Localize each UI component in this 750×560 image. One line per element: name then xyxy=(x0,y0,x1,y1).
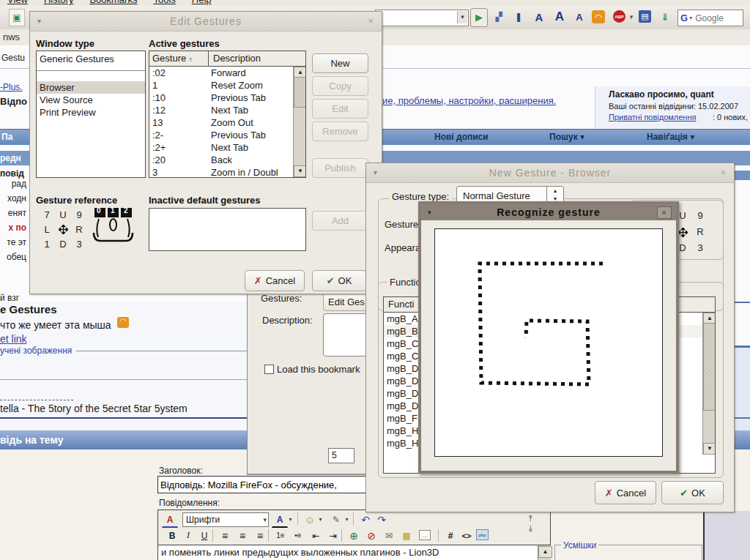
text-color-arrow-icon[interactable]: ▾ xyxy=(286,512,294,527)
gesture-canvas[interactable] xyxy=(434,228,663,457)
cancel-button[interactable]: ✗ Cancel xyxy=(595,481,656,504)
navbar-navigation[interactable]: Навіґація ▾ xyxy=(647,132,694,142)
scrollbar-thumb[interactable] xyxy=(294,77,306,108)
edit-button[interactable]: Edit xyxy=(312,99,368,119)
topic-link[interactable]: дение, проблемы, настройки, расширения. xyxy=(366,95,556,106)
message-textarea[interactable]: и поменять линки предыдущих выложенных п… xyxy=(158,545,541,560)
search-engine-dropdown-icon[interactable]: ▾ xyxy=(689,15,692,21)
search-input[interactable] xyxy=(694,12,739,24)
flashgot-icon[interactable]: ⇓ xyxy=(659,9,671,25)
fonts-combo[interactable]: Шрифти▾ xyxy=(182,512,269,527)
redo-icon[interactable]: ↷ xyxy=(374,512,390,527)
new-button[interactable]: New xyxy=(312,53,368,73)
recognize-titlebar[interactable]: ▾ Recognize gesture × xyxy=(421,204,676,220)
outdent-icon[interactable]: ⇤ xyxy=(308,528,324,543)
private-messages-link[interactable]: Приватні повідомлення xyxy=(609,113,696,122)
remove-link-icon[interactable]: ⊘ xyxy=(363,528,379,543)
breadcrumb-link-fragment[interactable]: -Plus. xyxy=(0,82,23,92)
close-icon[interactable]: × xyxy=(368,12,374,31)
menu-history[interactable]: History xyxy=(44,0,73,5)
edit-gestures-titlebar[interactable]: ▾ Edit Gestures × xyxy=(30,12,382,31)
insert-email-icon[interactable]: ✉ xyxy=(381,528,397,543)
window-type-item[interactable]: Generic Gestures xyxy=(37,53,145,65)
table-row[interactable]: 1Reset Zoom xyxy=(149,79,293,92)
search-box[interactable]: G ▾ xyxy=(677,10,743,26)
message-scrollbar[interactable]: ▲ xyxy=(538,545,551,560)
gesture-column-header[interactable]: Gesture ▿ xyxy=(149,51,209,66)
navbar-new-posts[interactable]: Нові дописи xyxy=(434,132,489,142)
close-icon[interactable]: × xyxy=(720,163,727,182)
font-decrease-icon[interactable]: A xyxy=(573,9,586,25)
text-color-icon[interactable]: A xyxy=(272,512,288,528)
table-row[interactable]: 13Zoom Out xyxy=(149,116,293,129)
bullet-list-icon[interactable]: •≡ xyxy=(290,528,306,543)
underline-icon[interactable]: U xyxy=(196,528,212,543)
direct-link[interactable]: et link xyxy=(0,333,27,345)
remove-button[interactable]: Remove xyxy=(312,122,368,141)
menu-tools[interactable]: Tools xyxy=(153,0,175,5)
new-gesture-titlebar[interactable]: ▾ New Gesture - Browser × xyxy=(366,163,734,183)
table-row[interactable]: :02Forward xyxy=(149,67,293,79)
url-dropdown-icon[interactable]: ▾ xyxy=(457,11,467,23)
align-center-icon[interactable]: ≡ xyxy=(234,528,250,543)
window-menu-icon[interactable]: ▾ xyxy=(37,12,42,31)
indent-icon[interactable]: ⇥ xyxy=(325,528,341,543)
window-type-item-selected[interactable]: Browser xyxy=(37,81,145,94)
new-page-icon[interactable]: ▣ xyxy=(9,9,25,26)
window-type-item[interactable]: Print Preview xyxy=(37,106,145,119)
smiley-icon[interactable]: ☺ xyxy=(302,512,318,527)
scroll-up-icon[interactable]: ▲ xyxy=(538,546,552,558)
italic-icon[interactable]: I xyxy=(180,528,196,543)
ok-button[interactable]: ✔ OK xyxy=(661,481,724,504)
sidebar-list-icon[interactable]: ▤ xyxy=(639,10,651,23)
table-row[interactable]: :12Next Tab xyxy=(149,104,293,116)
inactive-gestures-list[interactable] xyxy=(149,208,306,251)
adblock-icon[interactable]: ABP xyxy=(613,10,625,23)
description-textarea[interactable] xyxy=(323,313,367,356)
attach-icon[interactable]: ✎ xyxy=(328,512,344,527)
number-spinner[interactable]: 5 xyxy=(328,448,354,463)
tile-windows-icon[interactable]: ▞ xyxy=(492,9,505,25)
align-left-icon[interactable]: ≡ xyxy=(217,528,233,543)
numbered-list-icon[interactable]: 1≡ xyxy=(272,528,289,543)
adblock-dropdown-icon[interactable]: ▾ xyxy=(628,9,635,25)
add-button[interactable]: Add xyxy=(312,211,368,231)
font-normal-icon[interactable]: A xyxy=(553,9,566,25)
window-type-item[interactable]: View Source xyxy=(37,94,145,106)
bold-icon[interactable]: B xyxy=(164,528,180,543)
navbar-search[interactable]: Пошук ▾ xyxy=(549,132,584,142)
table-row[interactable]: :20Back xyxy=(149,154,293,166)
close-icon[interactable]: × xyxy=(657,206,672,219)
quote-icon[interactable]: … xyxy=(419,530,431,540)
shrink-editor-icon[interactable]: ⤓ xyxy=(529,523,532,533)
scroll-down-icon[interactable]: ▼ xyxy=(294,165,306,177)
table-row[interactable]: :2+Next Tab xyxy=(149,141,293,154)
url-bar[interactable]: ▾ xyxy=(375,10,469,26)
scroll-down-icon[interactable]: ▼ xyxy=(703,443,716,455)
table-scrollbar[interactable]: ▲ ▼ xyxy=(293,67,305,177)
menu-view[interactable]: View xyxy=(7,0,28,5)
insert-image-icon[interactable]: ▦ xyxy=(398,528,415,543)
font-increase-icon[interactable]: A xyxy=(532,9,546,25)
mouse-gestures-icon[interactable]: ◠ xyxy=(592,10,605,23)
ok-button[interactable]: ✔ OK xyxy=(312,270,366,291)
publish-button[interactable]: Publish xyxy=(312,158,368,178)
table-row[interactable]: 3Zoom in / Doubl xyxy=(149,166,293,178)
function-scrollbar[interactable]: ▲ ▼ xyxy=(702,313,715,455)
fonts-combo-arrow-icon[interactable]: ▾ xyxy=(263,513,267,526)
table-row[interactable]: :2-Previous Tab xyxy=(149,129,293,141)
insert-link-icon[interactable]: ⊕ xyxy=(346,528,362,543)
code-icon[interactable]: <> xyxy=(458,528,475,543)
menu-bookmarks[interactable]: Bookmarks xyxy=(89,0,137,5)
hash-icon[interactable]: # xyxy=(442,528,458,543)
undo-icon[interactable]: ↶ xyxy=(357,512,374,527)
align-right-icon[interactable]: ≡ xyxy=(252,528,268,543)
menu-help[interactable]: Help xyxy=(192,0,212,5)
copy-button[interactable]: Copy xyxy=(312,76,368,96)
font-color-icon[interactable]: A xyxy=(162,512,178,528)
go-button[interactable]: ▶ xyxy=(470,8,488,27)
expand-editor-icon[interactable]: ⤒ xyxy=(529,514,532,523)
scrollbar-thumb[interactable] xyxy=(703,323,716,411)
smiley-arrow-icon[interactable]: ▾ xyxy=(316,512,324,527)
description-column-header[interactable]: Description xyxy=(209,51,305,66)
